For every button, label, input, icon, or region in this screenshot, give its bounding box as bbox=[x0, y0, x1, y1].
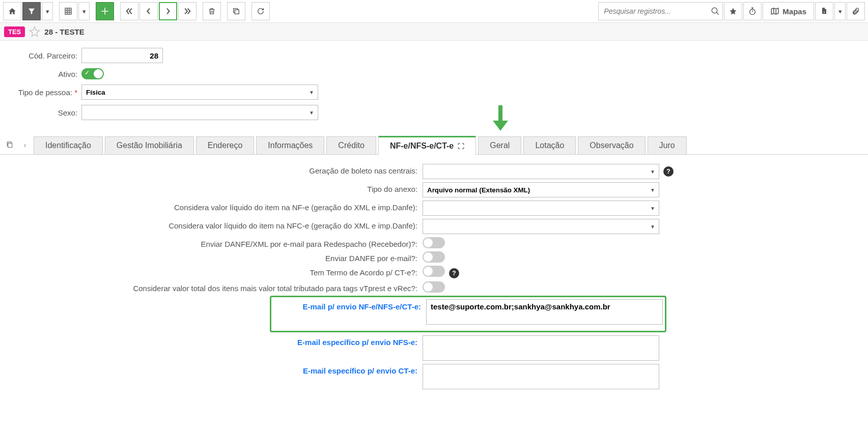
prev-button[interactable] bbox=[139, 2, 158, 20]
enviar-danfe-email-label: Enviar DANFE por e-mail?: bbox=[5, 251, 423, 263]
caret-down-icon: ▾ bbox=[82, 8, 86, 15]
copy-icon bbox=[232, 7, 240, 15]
record-title: 28 - TESTE bbox=[44, 27, 84, 36]
enviar-danfe-redespacho-label: Enviar DANFE/XML por e-mail para Redespa… bbox=[5, 237, 423, 248]
sexo-label: Sexo: bbox=[5, 108, 81, 117]
email-envio-input[interactable] bbox=[426, 299, 663, 325]
export-icon bbox=[820, 7, 828, 15]
stopwatch-icon bbox=[748, 7, 757, 15]
email-envio-highlight: E-mail p/ envio NF-e/NFS-e/CT-e: bbox=[270, 296, 666, 332]
filter-menu-button[interactable]: ▾ bbox=[42, 2, 53, 20]
grid-button[interactable] bbox=[59, 2, 77, 20]
ativo-toggle[interactable]: ✓ bbox=[81, 68, 104, 79]
check-icon: ✓ bbox=[85, 69, 90, 76]
geracao-boleto-label: Geração de boleto nas centrais: bbox=[5, 164, 423, 175]
considera-nfe-select[interactable] bbox=[423, 201, 659, 216]
enviar-danfe-redespacho-toggle[interactable] bbox=[423, 237, 445, 248]
maps-label: Mapas bbox=[782, 7, 806, 16]
search-wrap bbox=[598, 2, 723, 20]
attachment-button[interactable] bbox=[847, 2, 865, 20]
tab-gestao-imobiliaria[interactable]: Gestão Imobiliária bbox=[105, 136, 194, 154]
tabs-copy-button[interactable] bbox=[3, 138, 16, 152]
search-input[interactable] bbox=[598, 2, 723, 20]
help-icon[interactable]: ? bbox=[449, 268, 459, 278]
ativo-label: Ativo: bbox=[5, 70, 81, 78]
search-button[interactable] bbox=[711, 7, 720, 16]
copy-button[interactable] bbox=[227, 2, 245, 20]
favorite-toggle[interactable] bbox=[29, 26, 40, 37]
caret-down-icon: ▾ bbox=[838, 8, 842, 15]
tipo-anexo-label: Tipo do anexo: bbox=[5, 182, 423, 193]
record-headline: TES 28 - TESTE bbox=[0, 23, 868, 41]
tab-geral[interactable]: Geral bbox=[478, 136, 521, 154]
filter-icon bbox=[27, 7, 36, 15]
tabs-scroll-left[interactable]: ‹ bbox=[18, 138, 32, 152]
svg-rect-14 bbox=[8, 143, 12, 147]
enviar-danfe-email-toggle[interactable] bbox=[423, 251, 445, 263]
tipo-pessoa-label: Tipo de pessoa: bbox=[5, 88, 81, 97]
considera-nfce-label: Considera valor líquido do item na NFC-e… bbox=[5, 219, 423, 230]
svg-rect-0 bbox=[65, 8, 71, 14]
tipo-pessoa-select[interactable] bbox=[81, 84, 318, 100]
tab-content: Geração de boleto nas centrais: ▼ ? Tipo… bbox=[0, 155, 868, 408]
sexo-select[interactable] bbox=[81, 105, 318, 120]
first-button[interactable] bbox=[120, 2, 138, 20]
tab-informacoes[interactable]: Informações bbox=[256, 136, 324, 154]
tab-identificacao[interactable]: Identificação bbox=[34, 136, 103, 154]
maps-button[interactable]: Mapas bbox=[763, 2, 814, 20]
expand-icon[interactable]: ⛶ bbox=[458, 142, 464, 150]
home-icon bbox=[8, 7, 16, 15]
search-icon bbox=[711, 7, 720, 16]
email-nfse-input[interactable] bbox=[423, 335, 659, 361]
next-button[interactable] bbox=[159, 2, 177, 20]
termo-acordo-toggle[interactable] bbox=[423, 266, 445, 277]
svg-point-6 bbox=[712, 8, 718, 13]
favorites-button[interactable] bbox=[724, 2, 742, 20]
header-form: Cód. Parceiro: Ativo: ✓ Tipo de pessoa: … bbox=[0, 41, 868, 135]
cod-parceiro-label: Cód. Parceiro: bbox=[5, 51, 81, 60]
svg-point-8 bbox=[750, 9, 755, 15]
record-badge: TES bbox=[4, 26, 25, 37]
chevron-right-icon bbox=[164, 7, 172, 15]
tab-observacao[interactable]: Observação bbox=[578, 136, 645, 154]
timer-button[interactable] bbox=[743, 2, 762, 20]
grid-menu-button[interactable]: ▾ bbox=[78, 2, 90, 20]
cod-parceiro-input[interactable] bbox=[81, 48, 163, 63]
filter-button[interactable] bbox=[22, 2, 41, 20]
delete-button[interactable] bbox=[203, 2, 221, 20]
top-toolbar: ▾ ▾ bbox=[0, 0, 868, 23]
help-icon[interactable]: ? bbox=[663, 166, 674, 177]
email-envio-label: E-mail p/ envio NF-e/NFS-e/CT-e: bbox=[273, 299, 426, 311]
refresh-button[interactable] bbox=[251, 2, 270, 20]
svg-line-7 bbox=[717, 12, 719, 15]
star-icon bbox=[729, 7, 737, 15]
termo-acordo-label: Tem Termo de Acordo p/ CT-e?: bbox=[5, 266, 423, 277]
svg-rect-5 bbox=[235, 10, 239, 14]
add-button[interactable] bbox=[96, 2, 114, 20]
double-chevron-right-icon bbox=[183, 7, 191, 15]
plus-icon bbox=[100, 7, 109, 16]
paperclip-icon bbox=[852, 7, 860, 15]
tab-label: NF-e/NFS-e/CT-e bbox=[390, 141, 454, 151]
home-button[interactable] bbox=[3, 2, 21, 20]
tab-credito[interactable]: Crédito bbox=[326, 136, 376, 154]
refresh-icon bbox=[257, 7, 265, 15]
tab-juro[interactable]: Juro bbox=[648, 136, 687, 154]
tipo-anexo-select[interactable] bbox=[423, 182, 659, 197]
considerar-total-toggle[interactable] bbox=[423, 281, 445, 293]
last-button[interactable] bbox=[178, 2, 197, 20]
tab-nfe-nfse-cte[interactable]: NF-e/NFS-e/CT-e ⛶ bbox=[378, 136, 476, 155]
caret-down-icon: ▾ bbox=[46, 8, 49, 15]
considera-nfe-label: Considera valor líquido do item na NF-e … bbox=[5, 201, 423, 212]
email-cte-label: E-mail específico p/ envio CT-e: bbox=[5, 364, 423, 375]
export-button[interactable] bbox=[815, 2, 833, 20]
email-nfse-label: E-mail específico p/ envio NFS-e: bbox=[5, 335, 423, 347]
export-menu-button[interactable]: ▾ bbox=[834, 2, 846, 20]
tab-endereco[interactable]: Endereço bbox=[196, 136, 255, 154]
grid-icon bbox=[64, 7, 72, 15]
email-cte-input[interactable] bbox=[423, 364, 659, 389]
tabs: ‹ Identificação Gestão Imobiliária Ender… bbox=[0, 135, 868, 155]
tab-lotacao[interactable]: Lotação bbox=[523, 136, 576, 154]
geracao-boleto-select[interactable] bbox=[423, 164, 659, 179]
considera-nfce-select[interactable] bbox=[423, 219, 659, 234]
